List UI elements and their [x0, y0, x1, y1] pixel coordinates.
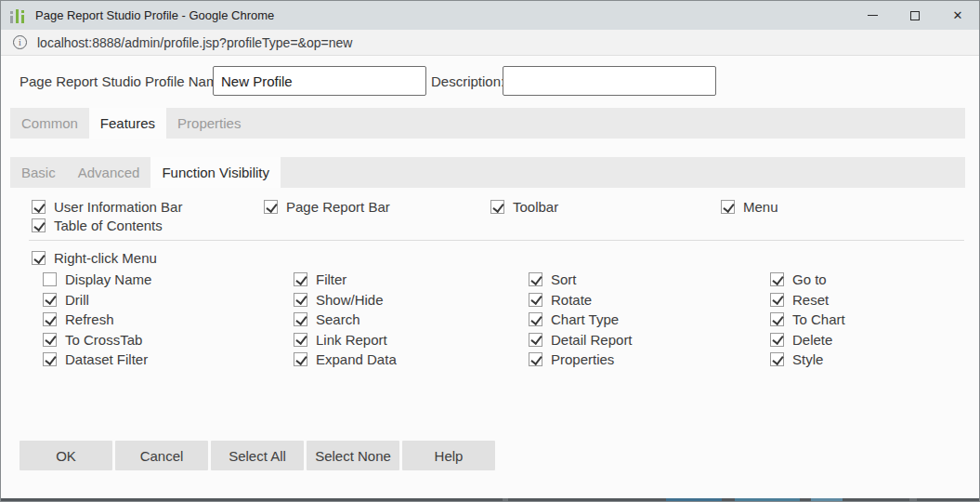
- cancel-button[interactable]: Cancel: [115, 441, 208, 470]
- checkbox-label: Right-click Menu: [54, 250, 157, 266]
- select-none-button[interactable]: Select None: [307, 441, 399, 470]
- app-logo-chart-icon: [9, 7, 26, 23]
- checkbox-item-rotate[interactable]: Rotate: [529, 292, 770, 308]
- checkbox-item-display-name[interactable]: Display Name: [43, 271, 294, 287]
- checkbox-item-to-chart[interactable]: To Chart: [770, 311, 845, 327]
- checkbox-item-delete[interactable]: Delete: [770, 332, 845, 348]
- checkbox-item-go-to[interactable]: Go to: [770, 271, 845, 287]
- checkbox-label: Delete: [792, 332, 832, 348]
- checkbox-item-menu[interactable]: Menu: [721, 199, 778, 215]
- profile-name-input[interactable]: [213, 66, 426, 96]
- url-text[interactable]: localhost:8888/admin/profile.jsp?profile…: [37, 35, 352, 50]
- bottom-window-edge: [1, 498, 979, 501]
- window-title: Page Report Studio Profile - Google Chro…: [35, 8, 274, 22]
- action-button-row: OK Cancel Select All Select None Help: [20, 441, 495, 470]
- checkbox-item-table-of-contents[interactable]: Table of Contents: [32, 218, 163, 233]
- checkbox[interactable]: [770, 333, 784, 347]
- checkbox[interactable]: [529, 333, 542, 347]
- features-row-2: Table of Contents: [32, 218, 163, 233]
- checkbox-label: Table of Contents: [54, 218, 163, 233]
- profile-name-label: Page Report Studio Profile Name:: [20, 73, 229, 89]
- checkbox-label: Drill: [65, 292, 89, 308]
- checkbox[interactable]: [294, 272, 307, 286]
- checkbox[interactable]: [43, 293, 57, 307]
- checkbox-item-page-report-bar[interactable]: Page Report Bar: [264, 199, 490, 215]
- checkbox-label: Display Name: [65, 271, 151, 287]
- info-icon[interactable]: i: [13, 35, 27, 49]
- checkbox-item-toolbar[interactable]: Toolbar: [490, 199, 721, 215]
- tab-advanced[interactable]: Advanced: [67, 157, 151, 188]
- checkbox[interactable]: [770, 312, 784, 326]
- description-label: Description:: [431, 73, 504, 89]
- checkbox[interactable]: [294, 352, 307, 366]
- checkbox[interactable]: [529, 352, 542, 366]
- checkbox[interactable]: [770, 352, 784, 366]
- checkbox[interactable]: [770, 293, 784, 307]
- checkbox[interactable]: [529, 293, 542, 307]
- right-click-menu-grid: Display Name Filter Sort Go to Drill Sho…: [43, 270, 845, 370]
- checkbox[interactable]: [43, 272, 57, 286]
- checkbox-item-right-click-menu[interactable]: Right-click Menu: [32, 250, 157, 266]
- tab-basic[interactable]: Basic: [10, 157, 67, 188]
- maximize-button[interactable]: [894, 1, 936, 30]
- checkbox-label: Menu: [743, 199, 778, 215]
- main-tab-bar: Common Features Properties: [10, 108, 965, 139]
- checkbox-item-search[interactable]: Search: [294, 311, 529, 327]
- description-input[interactable]: [503, 66, 716, 96]
- checkbox-label: Expand Data: [316, 351, 397, 367]
- minimize-icon: [868, 15, 878, 16]
- checkbox-label: Reset: [792, 292, 829, 308]
- checkbox-item-reset[interactable]: Reset: [770, 292, 845, 308]
- checkbox-label: Rotate: [551, 292, 592, 308]
- checkbox-item-dataset-filter[interactable]: Dataset Filter: [43, 351, 294, 367]
- checkbox-label: To Chart: [792, 311, 845, 327]
- tab-features[interactable]: Features: [89, 108, 166, 139]
- checkbox[interactable]: [43, 352, 57, 366]
- checkbox-item-to-crosstab[interactable]: To CrossTab: [43, 332, 294, 348]
- close-icon: ✕: [953, 9, 963, 21]
- checkbox-item-refresh[interactable]: Refresh: [43, 311, 294, 327]
- checkbox[interactable]: [32, 200, 46, 214]
- checkbox[interactable]: [294, 312, 307, 326]
- features-row-1: User Information Bar Page Report Bar Too…: [32, 199, 778, 215]
- ok-button[interactable]: OK: [20, 441, 112, 470]
- checkbox-item-user-information-bar[interactable]: User Information Bar: [32, 199, 264, 215]
- checkbox[interactable]: [490, 200, 504, 214]
- checkbox-item-drill[interactable]: Drill: [43, 292, 294, 308]
- checkbox-item-filter[interactable]: Filter: [294, 271, 529, 287]
- checkbox-label: Show/Hide: [316, 292, 384, 308]
- help-button[interactable]: Help: [402, 441, 495, 470]
- select-all-button[interactable]: Select All: [211, 441, 304, 470]
- tab-function-visibility[interactable]: Function Visibility: [150, 157, 281, 188]
- checkbox[interactable]: [721, 200, 735, 214]
- checkbox-item-chart-type[interactable]: Chart Type: [529, 311, 770, 327]
- checkbox-label: User Information Bar: [54, 199, 182, 215]
- section-divider: [29, 240, 964, 241]
- maximize-icon: [910, 11, 920, 20]
- checkbox-label: Detail Report: [551, 332, 633, 348]
- tab-properties[interactable]: Properties: [166, 108, 252, 139]
- checkbox[interactable]: [529, 272, 542, 286]
- checkbox-label: Search: [316, 311, 360, 327]
- minimize-button[interactable]: [851, 1, 894, 30]
- checkbox[interactable]: [264, 200, 278, 214]
- checkbox[interactable]: [32, 218, 46, 232]
- sub-tab-bar: Basic Advanced Function Visibility: [10, 157, 965, 188]
- checkbox-item-expand-data[interactable]: Expand Data: [294, 351, 529, 367]
- checkbox[interactable]: [294, 333, 307, 347]
- checkbox-label: Chart Type: [551, 311, 619, 327]
- checkbox[interactable]: [32, 251, 46, 265]
- checkbox-item-sort[interactable]: Sort: [529, 271, 770, 287]
- close-button[interactable]: ✕: [936, 1, 979, 30]
- checkbox[interactable]: [529, 312, 542, 326]
- checkbox[interactable]: [43, 333, 57, 347]
- checkbox[interactable]: [43, 312, 57, 326]
- checkbox-item-properties[interactable]: Properties: [529, 351, 770, 367]
- checkbox-item-show-hide[interactable]: Show/Hide: [294, 292, 529, 308]
- checkbox-item-detail-report[interactable]: Detail Report: [529, 332, 770, 348]
- checkbox-item-link-report[interactable]: Link Report: [294, 332, 529, 348]
- checkbox[interactable]: [294, 293, 307, 307]
- tab-common[interactable]: Common: [10, 108, 89, 139]
- checkbox[interactable]: [770, 272, 784, 286]
- checkbox-item-style[interactable]: Style: [770, 351, 845, 367]
